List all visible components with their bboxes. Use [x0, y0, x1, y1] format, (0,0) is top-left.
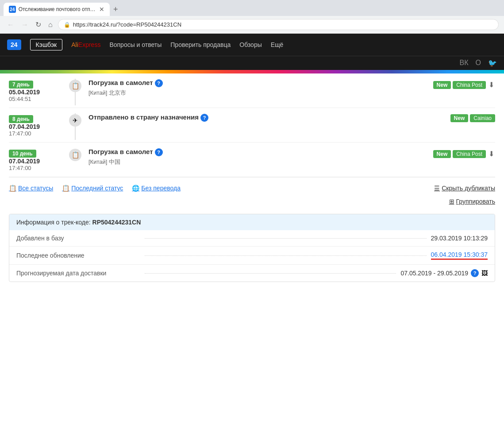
updated-value-underlined: 06.04.2019 15:30:37	[431, 251, 488, 260]
entry-left-2: 8 день 07.04.2019 17:47:00	[9, 113, 66, 137]
nav-more[interactable]: Ещё	[271, 41, 284, 48]
site-header: 24 Кэшбэк AliExpress Вопросы и ответы Пр…	[0, 34, 504, 56]
tracking-entry-2: 8 день 07.04.2019 17:47:00 ✈ Отправлено …	[9, 108, 495, 143]
grid-icon: ⊞	[449, 198, 454, 205]
label-updated: Последнее обновление	[16, 252, 140, 259]
info-header: Информация о трек-коде: RP504244231CN	[9, 214, 495, 230]
value-updated: 06.04.2019 15:30:37	[431, 251, 488, 260]
entry-title-1: Погрузка в самолет ?	[88, 79, 429, 87]
entry-content-1: Погрузка в самолет ? [Китай] 北京市	[84, 79, 433, 97]
dotted-line-1	[145, 238, 427, 239]
tag-source-2: Cainiao	[470, 114, 495, 122]
tag-source-1: China Post	[453, 81, 486, 89]
info-row-updated: Последнее обновление 06.04.2019 15:30:37	[9, 247, 495, 265]
copy-icon-1: 📋	[9, 185, 16, 192]
expand-button-1[interactable]: ⬇	[488, 80, 495, 90]
entry-title-2: Отправлено в страну назначения ?	[88, 113, 446, 122]
entry-tags-3: New China Post ⬇	[433, 148, 495, 159]
entry-left-3: 10 день 07.04.2019 17:47:00	[9, 148, 66, 171]
timeline-icon-3: 📋	[69, 149, 81, 161]
track-code: RP504244231CN	[92, 219, 141, 226]
new-tab-button[interactable]: +	[110, 5, 122, 14]
dotted-line-2	[145, 255, 427, 256]
entry-date-3: 07.04.2019	[9, 158, 66, 165]
color-stripe	[0, 70, 504, 73]
forward-button[interactable]: →	[19, 19, 30, 31]
action-bar2: ⊞ Группировать	[9, 195, 495, 210]
label-added: Добавлен в базу	[16, 235, 140, 242]
info-row-delivery: Прогнозируемая дата доставки 07.05.2019 …	[9, 265, 495, 282]
timeline-icon-2: ✈	[69, 114, 81, 127]
expand-button-3[interactable]: ⬇	[488, 149, 495, 159]
ok-icon[interactable]: О	[476, 59, 481, 67]
twitter-icon[interactable]: 🐦	[488, 59, 497, 67]
browser-chrome: 24 Отслеживание почтового отпр... ✕ + ← …	[0, 0, 504, 34]
aliexpress-link[interactable]: AliExpress	[71, 41, 100, 48]
tab-favicon: 24	[9, 6, 16, 13]
entry-date-2: 07.04.2019	[9, 123, 66, 130]
label-delivery: Прогнозируемая дата доставки	[16, 270, 140, 277]
tab-bar: 24 Отслеживание почтового отпр... ✕ +	[0, 0, 504, 16]
express-text: Express	[78, 41, 101, 48]
hide-duplicates-link[interactable]: ☰ Скрыть дубликаты	[434, 185, 495, 192]
day-badge-3: 10 день	[9, 150, 36, 158]
refresh-button[interactable]: ↻	[34, 19, 43, 31]
info-row-added: Добавлен в базу 29.03.2019 10:13:29	[9, 230, 495, 247]
entry-date-1: 05.04.2019	[9, 89, 66, 96]
address-bar: ← → ↻ ⌂ 🔒 https://track24.ru/?code=RP504…	[0, 16, 504, 33]
entry-icon-2: ✈	[66, 113, 84, 127]
nav-check-seller[interactable]: Проверить продавца	[170, 41, 231, 48]
social-bar: ВК О 🐦	[0, 56, 504, 70]
help-icon-1[interactable]: ?	[155, 79, 163, 87]
last-status-link[interactable]: 📋 Последний статус	[62, 185, 123, 192]
tab-title: Отслеживание почтового отпр...	[19, 6, 96, 12]
day-badge-2: 8 день	[9, 115, 33, 123]
dotted-line-3	[145, 273, 396, 274]
tag-new-2: New	[450, 114, 469, 122]
entry-location-3: [Китай] 中国	[88, 158, 429, 166]
home-button[interactable]: ⌂	[46, 19, 54, 31]
help-icon-3[interactable]: ?	[155, 148, 163, 156]
help-icon-2[interactable]: ?	[200, 114, 208, 122]
url-input[interactable]: 🔒 https://track24.ru/?code=RP504244231CN	[58, 19, 499, 30]
entry-time-3: 17:47:00	[9, 165, 66, 171]
nav-reviews[interactable]: Обзоры	[239, 41, 262, 48]
tab-close-button[interactable]: ✕	[99, 6, 104, 13]
entry-tags-2: New Cainiao	[450, 113, 495, 122]
tracking-entry-1: 7 день 05.04.2019 05:44:51 📋 Погрузка в …	[9, 73, 495, 108]
info-header-text: Информация о трек-коде:	[16, 219, 92, 226]
entry-icon-3: 📋	[66, 148, 84, 161]
vk-icon[interactable]: ВК	[460, 59, 469, 67]
back-button[interactable]: ←	[5, 19, 16, 31]
document-icon: 📋	[72, 82, 79, 89]
day-badge-1: 7 день	[9, 81, 33, 89]
entry-content-2: Отправлено в страну назначения ?	[84, 113, 450, 124]
entry-location-1: [Китай] 北京市	[88, 89, 429, 97]
tag-new-3: New	[433, 150, 451, 158]
copy-icon-2: 📋	[62, 185, 69, 192]
globe-icon: 🌐	[132, 185, 139, 192]
active-tab[interactable]: 24 Отслеживание почтового отпр... ✕	[4, 3, 110, 16]
image-icon[interactable]: 🖼	[481, 270, 488, 277]
value-delivery: 07.05.2019 - 29.05.2019	[400, 270, 468, 277]
ali-text: Ali	[71, 41, 78, 48]
cashback-button[interactable]: Кэшбэк	[30, 39, 63, 50]
entry-content-3: Погрузка в самолет ? [Китай] 中国	[84, 148, 433, 166]
entry-left-1: 7 день 05.04.2019 05:44:51	[9, 79, 66, 102]
info-section: Информация о трек-коде: RP504244231CN До…	[9, 214, 495, 282]
nav-faq[interactable]: Вопросы и ответы	[109, 41, 162, 48]
plane-icon: ✈	[73, 117, 78, 124]
url-text: https://track24.ru/?code=RP504244231CN	[73, 21, 181, 28]
all-statuses-link[interactable]: 📋 Все статусы	[9, 185, 53, 192]
timeline-icon-1: 📋	[69, 80, 81, 92]
site-logo[interactable]: 24	[7, 39, 21, 50]
entry-tags-1: New China Post ⬇	[433, 79, 495, 90]
tracking-entry-3: 10 день 07.04.2019 17:47:00 📋 Погрузка в…	[9, 143, 495, 177]
entry-time-2: 17:47:00	[9, 130, 66, 137]
group-button[interactable]: ⊞ Группировать	[449, 198, 495, 205]
document-icon-3: 📋	[72, 151, 79, 158]
help-icon-delivery[interactable]: ?	[471, 269, 479, 277]
value-added: 29.03.2019 10:13:29	[431, 235, 488, 242]
no-translation-link[interactable]: 🌐 Без перевода	[132, 185, 181, 192]
entry-time-1: 05:44:51	[9, 96, 66, 102]
